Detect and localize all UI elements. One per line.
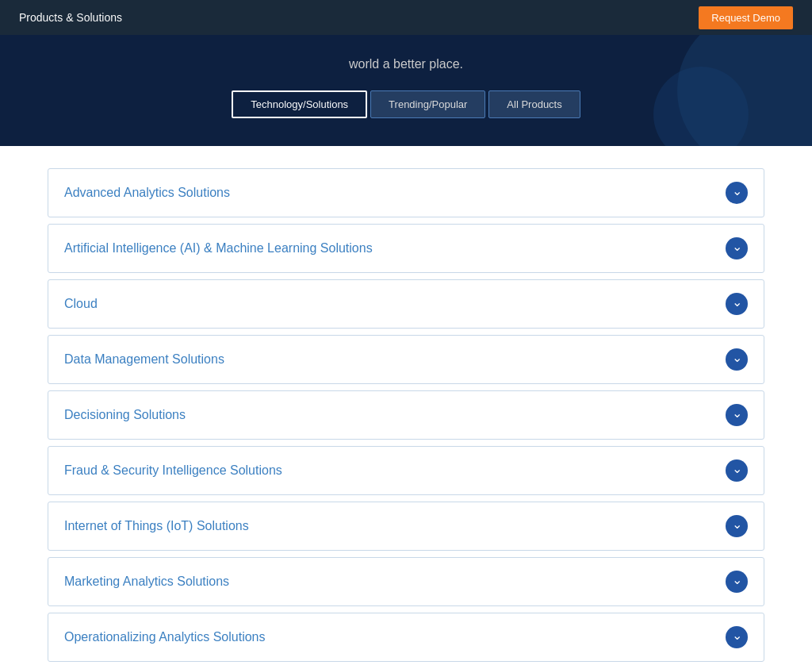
accordion-item-data-mgmt[interactable]: Data Management Solutions <box>48 335 764 384</box>
accordion-item-cloud[interactable]: Cloud <box>48 279 764 329</box>
accordion-label-fraud-security: Fraud & Security Intelligence Solutions <box>64 463 282 478</box>
chevron-down-icon-data-mgmt <box>726 348 748 371</box>
accordion-item-marketing-analytics[interactable]: Marketing Analytics Solutions <box>48 557 764 606</box>
accordion-item-ai-ml[interactable]: Artificial Intelligence (AI) & Machine L… <box>48 224 764 273</box>
accordion-label-ai-ml: Artificial Intelligence (AI) & Machine L… <box>64 241 373 256</box>
accordion-item-decisioning[interactable]: Decisioning Solutions <box>48 390 764 440</box>
chevron-down-icon-operationalizing <box>726 626 748 648</box>
request-demo-button[interactable]: Request Demo <box>699 6 793 29</box>
accordion-item-operationalizing[interactable]: Operationalizing Analytics Solutions <box>48 613 764 662</box>
chevron-down-icon-cloud <box>726 293 748 315</box>
accordion-label-iot: Internet of Things (IoT) Solutions <box>64 519 249 533</box>
hero-tab-group: Technology/Solutions Trending/Popular Al… <box>232 90 580 118</box>
tab-all-products[interactable]: All Products <box>488 90 580 118</box>
chevron-down-icon-iot <box>726 515 748 537</box>
navbar: Products & Solutions Request Demo <box>0 0 812 35</box>
chevron-down-icon-advanced-analytics <box>726 182 748 204</box>
accordion-label-operationalizing: Operationalizing Analytics Solutions <box>64 630 265 644</box>
tab-trending-popular[interactable]: Trending/Popular <box>370 90 485 118</box>
accordion-item-iot[interactable]: Internet of Things (IoT) Solutions <box>48 502 764 551</box>
accordion-label-decisioning: Decisioning Solutions <box>64 408 186 422</box>
hero-section: world a better place. Technology/Solutio… <box>0 35 812 146</box>
accordion-label-marketing-analytics: Marketing Analytics Solutions <box>64 575 229 589</box>
chevron-down-icon-decisioning <box>726 404 748 426</box>
accordion-item-fraud-security[interactable]: Fraud & Security Intelligence Solutions <box>48 446 764 495</box>
accordion-label-cloud: Cloud <box>64 297 98 311</box>
accordion-container: Advanced Analytics SolutionsArtificial I… <box>48 168 764 665</box>
accordion-label-advanced-analytics: Advanced Analytics Solutions <box>64 186 230 200</box>
main-content: Advanced Analytics SolutionsArtificial I… <box>0 146 812 665</box>
chevron-down-icon-fraud-security <box>726 459 748 482</box>
hero-subtitle: world a better place. <box>349 57 463 71</box>
accordion-item-advanced-analytics[interactable]: Advanced Analytics Solutions <box>48 168 764 217</box>
chevron-down-icon-marketing-analytics <box>726 571 748 593</box>
navbar-title: Products & Solutions <box>19 11 122 24</box>
tab-technology-solutions[interactable]: Technology/Solutions <box>232 90 367 118</box>
accordion-label-data-mgmt: Data Management Solutions <box>64 352 224 367</box>
chevron-down-icon-ai-ml <box>726 237 748 259</box>
